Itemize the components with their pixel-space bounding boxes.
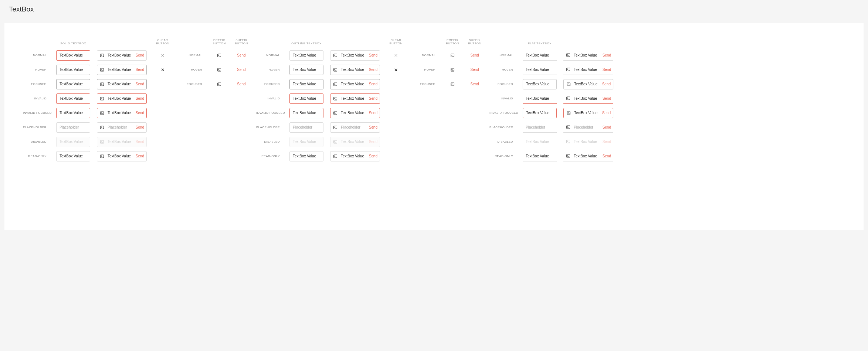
textbox-input[interactable] [340, 125, 367, 129]
textbox-input[interactable] [107, 154, 133, 158]
image-icon[interactable] [217, 68, 222, 72]
flat-textbox-invalid-focused[interactable] [523, 108, 557, 118]
solid-textbox-invalid-focused[interactable] [56, 108, 90, 118]
image-icon[interactable] [450, 68, 455, 72]
outline-textbox-affix-normal[interactable]: Send [330, 50, 380, 61]
textbox-input[interactable] [573, 68, 600, 72]
send-button[interactable]: Send [603, 68, 611, 72]
textbox-input[interactable] [107, 96, 133, 100]
send-button[interactable]: Send [237, 68, 245, 72]
textbox-input[interactable] [525, 68, 555, 72]
flat-textbox-invalid[interactable] [523, 93, 557, 104]
textbox-input[interactable] [340, 154, 367, 158]
send-button[interactable]: Send [369, 82, 377, 86]
flat-textbox-affix-invalid[interactable]: Send [563, 93, 613, 104]
textbox-input[interactable] [292, 96, 321, 100]
solid-textbox-affix-focused[interactable]: Send [97, 79, 147, 89]
textbox-input[interactable] [573, 125, 600, 129]
send-button[interactable]: Send [136, 68, 144, 72]
send-button[interactable]: Send [136, 96, 144, 100]
solid-textbox-affix-normal[interactable]: Send [97, 50, 147, 61]
textbox-input[interactable] [107, 111, 133, 115]
outline-textbox-affix-invalid[interactable]: Send [330, 93, 380, 104]
send-button[interactable]: Send [470, 82, 479, 86]
image-icon[interactable] [217, 82, 222, 86]
flat-textbox-focused[interactable] [523, 79, 557, 89]
image-icon[interactable] [450, 53, 455, 58]
solid-textbox-affix-invalid[interactable]: Send [97, 93, 147, 104]
textbox-input[interactable] [525, 111, 554, 115]
image-icon[interactable] [217, 53, 222, 58]
flat-textbox-placeholder[interactable] [523, 122, 557, 133]
textbox-input[interactable] [292, 82, 321, 86]
flat-textbox-affix-readonly[interactable]: Send [563, 151, 613, 161]
textbox-input[interactable] [107, 125, 133, 129]
send-button[interactable]: Send [237, 53, 245, 57]
solid-textbox-readonly[interactable] [56, 151, 90, 161]
send-button[interactable]: Send [603, 154, 611, 158]
textbox-input[interactable] [59, 125, 88, 129]
flat-textbox-readonly[interactable] [523, 151, 557, 161]
solid-textbox-affix-readonly[interactable]: Send [97, 151, 147, 161]
textbox-input[interactable] [59, 82, 88, 86]
textbox-input[interactable] [59, 96, 88, 100]
flat-textbox-hover[interactable] [523, 65, 557, 75]
send-button[interactable]: Send [603, 125, 611, 129]
textbox-input[interactable] [525, 82, 554, 86]
textbox-input[interactable] [107, 68, 133, 72]
outline-textbox-affix-placeholder[interactable]: Send [330, 122, 380, 133]
outline-textbox-invalid[interactable] [289, 93, 323, 104]
textbox-input[interactable] [340, 111, 367, 115]
flat-textbox-normal[interactable] [523, 50, 557, 61]
solid-textbox-affix-hover[interactable]: Send [97, 65, 147, 75]
outline-textbox-focused[interactable] [289, 79, 323, 89]
textbox-input[interactable] [573, 96, 600, 100]
textbox-input[interactable] [292, 154, 321, 158]
flat-textbox-affix-placeholder[interactable]: Send [563, 122, 613, 133]
textbox-input[interactable] [525, 53, 555, 57]
send-button[interactable]: Send [136, 82, 144, 86]
clear-button-hover[interactable] [393, 67, 399, 73]
send-button[interactable]: Send [602, 111, 611, 115]
send-button[interactable]: Send [369, 96, 377, 100]
textbox-input[interactable] [573, 82, 600, 86]
textbox-input[interactable] [292, 68, 321, 72]
send-button[interactable]: Send [470, 68, 479, 72]
textbox-input[interactable] [107, 53, 133, 57]
flat-textbox-affix-normal[interactable]: Send [563, 50, 613, 61]
textbox-input[interactable] [340, 53, 367, 57]
send-button[interactable]: Send [237, 82, 245, 86]
solid-textbox-placeholder[interactable] [56, 122, 90, 133]
outline-textbox-affix-hover[interactable]: Send [330, 65, 380, 75]
textbox-input[interactable] [573, 154, 600, 158]
textbox-input[interactable] [59, 68, 88, 72]
clear-button-normal[interactable] [393, 52, 399, 58]
send-button[interactable]: Send [369, 68, 377, 72]
flat-textbox-affix-focused[interactable]: Send [563, 79, 613, 89]
textbox-input[interactable] [292, 53, 321, 57]
textbox-input[interactable] [573, 111, 600, 115]
solid-textbox-invalid[interactable] [56, 93, 90, 104]
textbox-input[interactable] [59, 154, 88, 158]
send-button[interactable]: Send [136, 53, 144, 57]
send-button[interactable]: Send [602, 82, 611, 86]
send-button[interactable]: Send [369, 154, 377, 158]
solid-textbox-affix-invalid-focused[interactable]: Send [97, 108, 147, 118]
textbox-input[interactable] [292, 125, 321, 129]
send-button[interactable]: Send [603, 96, 611, 100]
textbox-input[interactable] [107, 82, 133, 86]
outline-textbox-readonly[interactable] [289, 151, 323, 161]
image-icon[interactable] [450, 82, 455, 86]
flat-textbox-affix-hover[interactable]: Send [563, 65, 613, 75]
textbox-input[interactable] [340, 68, 367, 72]
send-button[interactable]: Send [369, 111, 377, 115]
send-button[interactable]: Send [136, 111, 144, 115]
solid-textbox-hover[interactable] [56, 65, 90, 75]
textbox-input[interactable] [59, 53, 88, 57]
textbox-input[interactable] [292, 111, 321, 115]
textbox-input[interactable] [59, 111, 88, 115]
outline-textbox-normal[interactable] [289, 50, 323, 61]
flat-textbox-affix-invalid-focused[interactable]: Send [563, 108, 613, 118]
textbox-input[interactable] [525, 154, 555, 158]
textbox-input[interactable] [340, 82, 367, 86]
